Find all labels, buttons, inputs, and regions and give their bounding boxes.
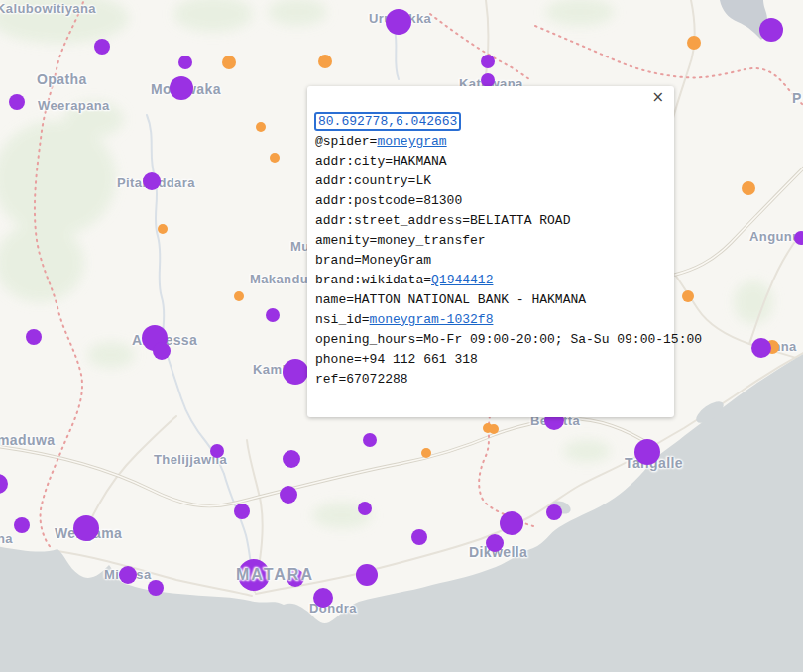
popup-field-key: addr:street_address=BELIATTA ROAD — [315, 213, 570, 228]
map-marker-purple[interactable] — [481, 55, 495, 68]
popup-field: addr:country=LK — [315, 171, 670, 191]
map-marker-purple[interactable] — [481, 73, 495, 87]
map-marker-orange[interactable] — [318, 55, 332, 68]
place-label: maduwa — [0, 432, 55, 448]
map-marker-purple[interactable] — [356, 564, 378, 586]
popup-field: brand:wikidata=Q1944412 — [315, 271, 670, 290]
map-marker-orange[interactable] — [687, 36, 701, 50]
map-marker-purple[interactable] — [283, 359, 308, 385]
popup-field: brand=MoneyGram — [315, 251, 670, 271]
map-marker-orange[interactable] — [682, 290, 694, 302]
map-marker-purple[interactable] — [759, 18, 783, 42]
map-marker-purple[interactable] — [26, 329, 42, 345]
place-label: na — [0, 531, 13, 546]
map-marker-purple[interactable] — [143, 172, 161, 190]
map-marker-purple[interactable] — [73, 515, 99, 541]
map-marker-purple[interactable] — [411, 529, 427, 545]
map-marker-purple[interactable] — [283, 450, 300, 468]
map-marker-orange[interactable] — [489, 424, 499, 434]
map-marker-purple[interactable] — [358, 502, 372, 515]
map-marker-purple[interactable] — [210, 444, 224, 458]
map-canvas[interactable]: KalubowitiyanaOpathaWeerapanaMorawakaUru… — [0, 0, 803, 672]
map-marker-purple[interactable] — [266, 308, 280, 322]
map-marker-orange[interactable] — [256, 122, 266, 132]
map-marker-purple[interactable] — [14, 517, 30, 533]
map-marker-purple[interactable] — [386, 9, 411, 35]
map-marker-purple[interactable] — [178, 56, 192, 69]
popup-field-key: ref=67072288 — [315, 372, 408, 387]
map-marker-purple[interactable] — [546, 504, 562, 520]
popup-field-key: addr:city=HAKMANA — [315, 154, 447, 168]
popup-field: addr:city=HAKMANA — [315, 152, 670, 171]
map-marker-orange[interactable] — [234, 291, 244, 301]
map-marker-purple[interactable] — [94, 39, 110, 55]
place-label: Opatha — [37, 71, 87, 87]
map-marker-orange[interactable] — [270, 153, 280, 163]
place-label: MATARA — [236, 566, 314, 584]
popup-field: opening_hours=Mo-Fr 09:00-20:00; Sa-Su 0… — [315, 330, 670, 350]
popup-field: @spider=moneygram — [315, 132, 670, 152]
place-label: Kalubowitiyana — [0, 1, 96, 16]
map-marker-purple[interactable] — [751, 338, 771, 358]
map-marker-purple[interactable] — [794, 231, 803, 245]
map-marker-orange[interactable] — [158, 224, 168, 234]
map-marker-purple[interactable] — [313, 588, 333, 608]
map-marker-purple[interactable] — [500, 511, 523, 535]
popup-field-key: addr:country=LK — [315, 173, 431, 188]
map-marker-purple[interactable] — [486, 534, 504, 552]
popup-field-key: brand=MoneyGram — [315, 253, 431, 268]
popup-field: phone=+94 112 661 318 — [315, 350, 670, 370]
map-marker-purple[interactable] — [170, 76, 193, 100]
popup-body: 80.692778,6.042663 @spider=moneygramaddr… — [315, 112, 670, 390]
map-marker-purple[interactable] — [634, 439, 660, 465]
place-label: P — [792, 90, 802, 106]
popup-field: name=HATTON NATIONAL BANK - HAKMANA — [315, 290, 670, 310]
map-marker-purple[interactable] — [363, 433, 377, 447]
map-marker-orange[interactable] — [421, 448, 431, 458]
popup-field: addr:postcode=81300 — [315, 191, 670, 211]
popup-field: nsi_id=moneygram-1032f8 — [315, 310, 670, 330]
popup-field-key: brand:wikidata= — [315, 273, 431, 287]
map-marker-purple[interactable] — [9, 94, 25, 110]
popup-field-key: @spider= — [315, 134, 377, 149]
popup-field-key: name=HATTON NATIONAL BANK - HAKMANA — [315, 292, 586, 307]
popup-fields: @spider=moneygramaddr:city=HAKMANAaddr:c… — [315, 132, 670, 390]
popup-coordinates-link[interactable]: 80.692778,6.042663 — [314, 112, 461, 131]
feature-popup: × 80.692778,6.042663 @spider=moneygramad… — [307, 86, 674, 417]
map-marker-purple[interactable] — [280, 486, 297, 504]
popup-field-key: phone=+94 112 661 318 — [315, 352, 478, 367]
popup-field-value-link[interactable]: Q1944412 — [431, 273, 493, 287]
popup-field-key: addr:postcode=81300 — [315, 193, 462, 208]
map-marker-purple[interactable] — [119, 566, 137, 584]
map-marker-orange[interactable] — [742, 181, 755, 195]
popup-field-key: nsi_id= — [315, 312, 370, 327]
popup-field-value-link[interactable]: moneygram — [377, 134, 446, 149]
popup-field: ref=67072288 — [315, 370, 670, 390]
map-marker-purple[interactable] — [234, 504, 250, 519]
popup-field: amenity=money_transfer — [315, 231, 670, 251]
popup-field-key: amenity=money_transfer — [315, 233, 486, 248]
place-label: Weerapana — [38, 98, 110, 113]
map-marker-orange[interactable] — [222, 56, 236, 69]
map-marker-purple[interactable] — [153, 342, 171, 360]
popup-close-icon[interactable]: × — [651, 90, 664, 105]
popup-field: addr:street_address=BELIATTA ROAD — [315, 211, 670, 231]
popup-coordinates-line: 80.692778,6.042663 — [315, 112, 670, 132]
popup-field-value-link[interactable]: moneygram-1032f8 — [370, 312, 494, 327]
popup-field-key: opening_hours=Mo-Fr 09:00-20:00; Sa-Su 0… — [315, 332, 702, 347]
map-marker-purple[interactable] — [148, 580, 164, 596]
